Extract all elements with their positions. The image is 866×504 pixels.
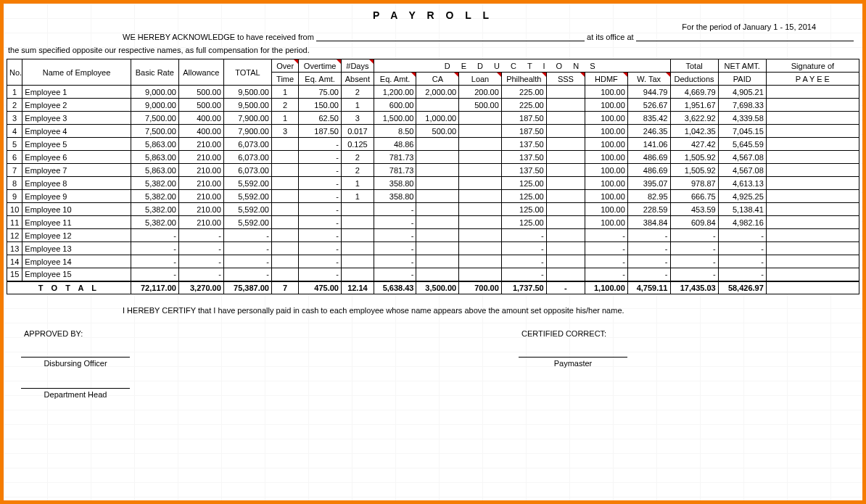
col-sig: Signature of <box>766 59 859 73</box>
cell-wtax: 944.79 <box>627 86 670 99</box>
cell-basic: - <box>131 255 178 268</box>
cell-sig <box>766 177 859 190</box>
col-basic: Basic Rate <box>131 59 178 86</box>
cell-dedeq: - <box>374 229 416 242</box>
cell-hdmf: 100.00 <box>585 138 628 151</box>
cell-total: - <box>223 268 271 281</box>
cell-oteq: 75.00 <box>299 86 342 99</box>
disbursing-officer-label: Disbursing Officer <box>21 358 130 368</box>
col-total: TOTAL <box>223 59 271 86</box>
cell-ca <box>416 242 459 255</box>
cell-wtax: 835.42 <box>627 112 670 125</box>
cell-sig <box>766 216 859 229</box>
cell-net: - <box>718 229 766 242</box>
cell-ottime: 3 <box>271 125 298 138</box>
cell-name: Employee 8 <box>22 177 131 190</box>
cell-absent <box>341 216 374 229</box>
approved-by-label: APPROVED BY: <box>21 328 166 339</box>
cell-loan <box>459 138 502 151</box>
col-time: Time <box>271 73 298 86</box>
cell-ca <box>416 203 459 216</box>
table-row: 3Employee 37,500.00400.007,900.00162.503… <box>7 112 859 125</box>
cell-ca: 500.00 <box>416 125 459 138</box>
cell-net: - <box>718 268 766 281</box>
col-over: Over <box>271 59 298 73</box>
cell-totded: - <box>670 255 718 268</box>
cell-totded: 609.84 <box>670 216 718 229</box>
cell-hdmf: 100.00 <box>585 216 628 229</box>
cell-total: - <box>223 229 271 242</box>
table-row: 4Employee 47,500.00400.007,900.003187.50… <box>7 125 859 138</box>
cell-hdmf: 100.00 <box>585 99 628 112</box>
cell-totded: - <box>670 229 718 242</box>
cell-dedeq: - <box>374 242 416 255</box>
col-sss: SSS <box>546 73 585 86</box>
cell-ottime <box>271 268 298 281</box>
cell-oteq: 62.50 <box>299 112 342 125</box>
cell-ca <box>416 138 459 151</box>
cell-ottime <box>271 216 298 229</box>
cell-basic: 5,382.00 <box>131 190 178 203</box>
cell-net: 4,925.25 <box>718 190 766 203</box>
cell-ottime: 1 <box>271 86 298 99</box>
col-ca: CA <box>416 73 459 86</box>
col-hdmf: HDMF <box>585 73 628 86</box>
cell-absent: 0.017 <box>341 125 374 138</box>
col-name: Name of Employee <box>22 59 131 86</box>
cell-ottime <box>271 203 298 216</box>
cell-basic: 5,863.00 <box>131 151 178 164</box>
cell-sig <box>766 125 859 138</box>
cell-phil: - <box>501 268 546 281</box>
cell-name: Employee 3 <box>22 112 131 125</box>
signature-row: APPROVED BY: Disbursing Officer CERTIFIE… <box>7 328 859 368</box>
cell-phil: 125.00 <box>501 216 546 229</box>
cell-totded: 427.42 <box>670 138 718 151</box>
col-totded-bot: Deductions <box>670 73 718 86</box>
department-head-label: Department Head <box>21 389 130 399</box>
cell-absent <box>341 268 374 281</box>
table-row: 1Employee 19,000.00500.009,500.00175.002… <box>7 86 859 99</box>
cell-wtax: 384.84 <box>627 216 670 229</box>
cell-no: 2 <box>7 99 22 112</box>
cell-name: Employee 7 <box>22 164 131 177</box>
cell-loan: 200.00 <box>459 86 502 99</box>
cell-totded: 1,951.67 <box>670 99 718 112</box>
cell-loan <box>459 151 502 164</box>
cell-sig <box>766 229 859 242</box>
cell-total: 6,073.00 <box>223 138 271 151</box>
cell-dedeq: 600.00 <box>374 99 416 112</box>
totals-hdmf: 1,100.00 <box>585 281 628 294</box>
cell-wtax: - <box>627 255 670 268</box>
cell-net: 5,645.59 <box>718 138 766 151</box>
cell-oteq: - <box>299 268 342 281</box>
payroll-table: No. Name of Employee Basic Rate Allowanc… <box>7 59 859 294</box>
cell-hdmf: 100.00 <box>585 86 628 99</box>
cell-ottime <box>271 151 298 164</box>
table-header: No. Name of Employee Basic Rate Allowanc… <box>7 59 859 86</box>
cell-total: - <box>223 255 271 268</box>
cell-no: 15 <box>7 268 22 281</box>
cell-basic: 5,382.00 <box>131 203 178 216</box>
cell-ottime <box>271 255 298 268</box>
cell-no: 9 <box>7 190 22 203</box>
cell-hdmf: 100.00 <box>585 190 628 203</box>
cell-sig <box>766 99 859 112</box>
cell-name: Employee 14 <box>22 255 131 268</box>
cell-sig <box>766 268 859 281</box>
cell-loan <box>459 164 502 177</box>
ack-blank-office <box>636 41 854 41</box>
cell-ca <box>416 255 459 268</box>
cell-ca <box>416 164 459 177</box>
cell-name: Employee 2 <box>22 99 131 112</box>
cell-no: 6 <box>7 151 22 164</box>
cell-name: Employee 6 <box>22 151 131 164</box>
cell-hdmf: - <box>585 242 628 255</box>
cell-oteq: - <box>299 177 342 190</box>
cell-wtax: 486.69 <box>627 164 670 177</box>
cell-total: 5,592.00 <box>223 190 271 203</box>
cell-net: 4,613.13 <box>718 177 766 190</box>
cell-dedeq: - <box>374 255 416 268</box>
col-loan: Loan <box>459 73 502 86</box>
cell-ottime: 2 <box>271 99 298 112</box>
cell-dedeq: 1,200.00 <box>374 86 416 99</box>
